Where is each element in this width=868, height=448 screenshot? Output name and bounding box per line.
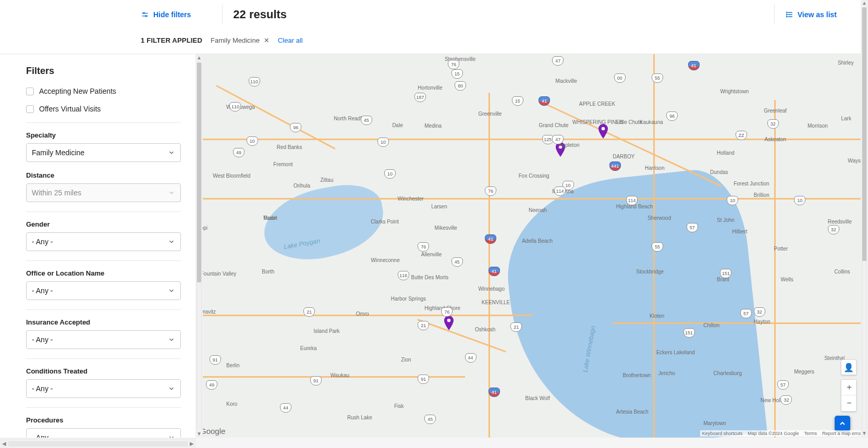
route-shield: 96 (666, 111, 678, 121)
report-error-link[interactable]: Report a map error (822, 431, 862, 436)
scroll-down-icon[interactable]: ▼ (861, 430, 868, 438)
scrollbar-thumb[interactable] (197, 63, 201, 282)
gender-select[interactable]: - Any - (26, 232, 181, 251)
city-label: Larsen (431, 204, 447, 209)
scrollbar-track[interactable] (8, 441, 188, 446)
select-value: - Any - (32, 433, 53, 438)
procedures-select[interactable]: - Any - (26, 428, 181, 438)
divider (26, 211, 181, 212)
map-panel[interactable]: Lake PoyganLake WinnebagoHortonvilleGree… (196, 54, 868, 438)
city-label: Berlin (226, 363, 240, 368)
chevron-down-icon (168, 238, 175, 245)
specialty-select[interactable]: Family Medicine (26, 143, 181, 162)
insurance-select[interactable]: - Any - (26, 330, 181, 349)
chevron-down-icon (168, 385, 175, 392)
city-label: Butte Des Morts (411, 275, 448, 280)
city-label: Dale (392, 122, 403, 128)
route-shield: 10 (384, 169, 396, 179)
checkbox-input[interactable] (26, 105, 34, 113)
route-shield: 21 (418, 321, 429, 330)
select-value: - Any - (32, 238, 53, 246)
clear-all-link[interactable]: Clear all (278, 36, 303, 44)
divider (26, 358, 181, 359)
scrollbar-track[interactable] (862, 7, 867, 430)
scroll-up-icon[interactable]: ▲ (861, 0, 868, 7)
chevron-down-icon (168, 336, 175, 343)
scrollbar-track[interactable] (197, 63, 202, 429)
route-shield: 41 (688, 61, 700, 70)
route-shield: 55 (652, 242, 663, 252)
checkbox-offers-virtual-visits[interactable]: Offers Virtual Visits (26, 105, 181, 113)
scrollbar-thumb[interactable] (862, 7, 866, 261)
select-value: - Any - (32, 287, 53, 295)
procedures-label: Procedures (26, 416, 181, 424)
city-label: Askeaton (764, 136, 786, 142)
scroll-up-icon[interactable]: ▲ (195, 54, 203, 61)
city-label: Fox Crossing (519, 173, 549, 179)
zoom-in-button[interactable]: ＋ (841, 380, 857, 395)
city-label: Kloten (650, 313, 664, 319)
select-value: Within 25 miles (32, 189, 81, 197)
divider (26, 260, 181, 261)
map-data-text: Map data ©2024 Google (748, 431, 799, 436)
city-label: Winnebago (478, 286, 505, 292)
city-label: Zion (401, 357, 411, 363)
keyboard-shortcuts-link[interactable]: Keyboard shortcuts (702, 431, 743, 436)
scroll-down-icon[interactable]: ▼ (195, 430, 203, 438)
city-label: Island Park (314, 328, 340, 334)
sliders-icon (141, 10, 149, 19)
city-label: Winneconne (371, 257, 400, 263)
insurance-label: Insurance Accepted (26, 318, 181, 326)
map-pegman[interactable]: 👤 (841, 359, 857, 375)
scroll-to-top-button[interactable] (835, 416, 850, 431)
route-shield: 44 (465, 353, 476, 363)
city-label: Collins (835, 269, 850, 275)
city-label: Dundas (710, 169, 728, 175)
city-label: Fremont (273, 161, 292, 167)
route-shield: 41 (488, 267, 500, 276)
divider (26, 309, 181, 310)
hide-filters-button[interactable]: Hide filters (141, 5, 222, 24)
route-shield: 110 (249, 77, 260, 86)
checkbox-input[interactable] (26, 88, 34, 95)
route-shield: 41 (485, 234, 496, 244)
city-label: Rush Lake (347, 415, 372, 420)
scrollbar-thumb[interactable] (8, 442, 188, 446)
route-shield: 21 (303, 307, 315, 317)
route-shield: 91 (210, 355, 221, 365)
remove-filter-icon[interactable]: ✕ (264, 36, 270, 44)
page-scrollbar[interactable]: ▲ ▼ (861, 0, 868, 438)
city-label: Hayton (754, 319, 771, 325)
view-as-list-button[interactable]: View as list (775, 5, 868, 24)
pin-oshkosh[interactable] (444, 316, 454, 330)
terms-link[interactable]: Terms (804, 431, 817, 436)
conditions-select[interactable]: - Any - (26, 379, 181, 398)
select-value: Family Medicine (32, 148, 84, 157)
route-shield: 45 (451, 257, 463, 267)
svg-point-12 (447, 319, 450, 322)
gender-label: Gender (26, 220, 181, 228)
city-label: APPLE CREEK (579, 101, 615, 107)
city-label: Forest Junction (733, 181, 769, 186)
sidebar-scrollbar[interactable]: ▲ ▼ (195, 54, 203, 438)
sidebar-horizontal-scrollbar[interactable]: ◀ ▶ (0, 439, 196, 448)
road (613, 322, 868, 324)
office-select[interactable]: - Any - (26, 281, 181, 300)
pin-kimberly[interactable] (598, 124, 608, 139)
scroll-right-icon[interactable]: ▶ (188, 440, 196, 448)
city-label: Holland (717, 150, 735, 156)
svg-point-11 (602, 127, 605, 131)
city-label: Kaukauna (640, 119, 663, 125)
chevron-down-icon (168, 189, 175, 196)
checkbox-accepting-new-patients[interactable]: Accepting New Patients (26, 87, 181, 95)
city-label: Shirley (838, 60, 854, 66)
city-label: Mackville (556, 78, 577, 84)
route-shield: 15 (512, 96, 523, 106)
applied-filter-chip: Family Medicine ✕ (211, 36, 270, 44)
map-zoom-controls: ＋ − (841, 379, 857, 412)
scroll-left-icon[interactable]: ◀ (0, 440, 8, 448)
city-label: Mosel (263, 215, 277, 221)
filters-heading: Filters (26, 66, 181, 77)
zoom-out-button[interactable]: − (841, 395, 857, 411)
svg-point-6 (786, 16, 787, 17)
